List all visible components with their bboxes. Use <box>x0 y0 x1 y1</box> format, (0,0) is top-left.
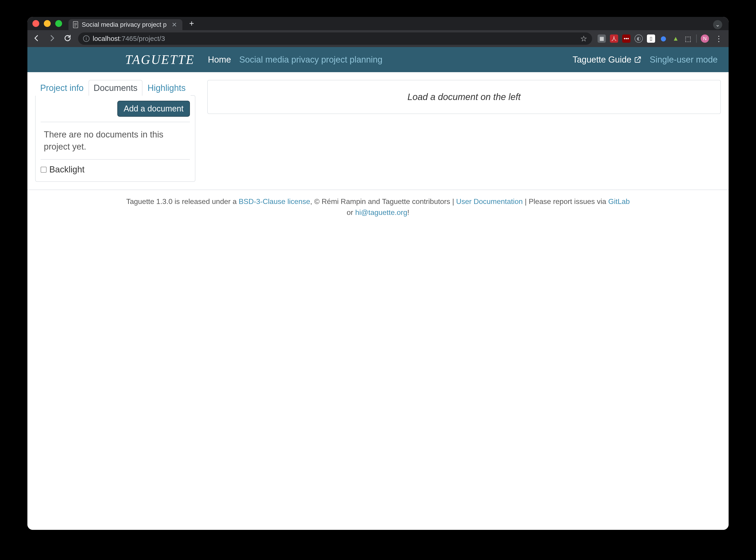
user-docs-link[interactable]: User Documentation <box>456 197 523 205</box>
tabs-dropdown-button[interactable]: ⌄ <box>713 20 722 29</box>
tab-documents[interactable]: Documents <box>88 80 143 96</box>
extension-icon[interactable]: ••• <box>622 35 630 43</box>
bookmark-icon[interactable]: ☆ <box>580 34 587 43</box>
footer-text: , © Rémi Rampin and Taguette contributor… <box>310 197 456 205</box>
single-user-mode-link[interactable]: Single-user mode <box>650 55 718 65</box>
browser-tab[interactable]: Social media privacy project p ✕ <box>68 19 182 30</box>
add-document-button[interactable]: Add a document <box>117 101 190 117</box>
content-row: Project info Documents Highlights Add a … <box>27 72 729 182</box>
footer: Taguette 1.3.0 is released under a BSD-3… <box>27 189 729 224</box>
extension-icon[interactable]: 人 <box>610 35 618 43</box>
reload-button[interactable] <box>63 34 72 43</box>
extension-icon[interactable]: ▦ <box>597 35 606 43</box>
backlight-checkbox[interactable] <box>41 167 46 173</box>
extension-icons: ▦ 人 ••• ◐ ▯ ⬤ ▲ ⬚ N ⋮ <box>597 34 724 43</box>
license-link[interactable]: BSD-3-Clause license <box>239 197 310 205</box>
documents-empty-message: There are no documents in this project y… <box>41 122 190 160</box>
tab-close-icon[interactable]: ✕ <box>172 21 177 28</box>
tab-title: Social media privacy project p <box>82 21 167 28</box>
brand-logo[interactable]: TAGUETTE <box>125 52 195 67</box>
footer-text: | Please report issues via <box>523 197 608 205</box>
extension-icon[interactable]: ▲ <box>672 35 680 43</box>
browser-tab-bar: Social media privacy project p ✕ + ⌄ <box>27 17 729 30</box>
page-content: TAGUETTE Home Social media privacy proje… <box>27 47 729 530</box>
url-path: :7465/project/3 <box>120 35 165 42</box>
extension-icon[interactable]: ◐ <box>634 35 643 43</box>
email-link[interactable]: hi@taguette.org <box>355 208 407 217</box>
extension-icon[interactable]: ▯ <box>647 35 655 43</box>
backlight-row: Backlight <box>41 160 190 176</box>
extensions-menu-icon[interactable]: ⬚ <box>684 35 692 43</box>
app-navbar: TAGUETTE Home Social media privacy proje… <box>27 47 729 72</box>
panel-tabs: Project info Documents Highlights <box>35 80 195 96</box>
url-text: localhost:7465/project/3 <box>93 35 165 42</box>
new-tab-button[interactable]: + <box>189 19 194 28</box>
profile-avatar[interactable]: N <box>701 35 709 43</box>
browser-menu-icon[interactable]: ⋮ <box>713 34 724 43</box>
url-host: localhost <box>93 35 120 42</box>
browser-toolbar: i localhost:7465/project/3 ☆ ▦ 人 ••• ◐ ▯… <box>27 30 729 47</box>
footer-text: ! <box>407 208 409 217</box>
main-panel: Load a document on the left <box>207 80 721 114</box>
footer-text: Taguette 1.3.0 is released under a <box>126 197 239 205</box>
close-window-button[interactable] <box>33 20 39 27</box>
left-panel: Project info Documents Highlights Add a … <box>35 80 195 182</box>
maximize-window-button[interactable] <box>55 20 62 27</box>
extension-icon[interactable]: ⬤ <box>659 35 668 43</box>
main-hint: Load a document on the left <box>219 92 709 102</box>
footer-text: or <box>347 208 355 217</box>
nav-project-name[interactable]: Social media privacy project planning <box>235 55 386 65</box>
guide-link-label: Taguette Guide <box>572 55 631 65</box>
address-bar[interactable]: i localhost:7465/project/3 ☆ <box>78 33 592 45</box>
navbar-right: Taguette Guide Single-user mode <box>572 55 718 65</box>
back-button[interactable] <box>31 34 42 43</box>
tab-favicon-icon <box>72 21 79 28</box>
gitlab-link[interactable]: GitLab <box>608 197 630 205</box>
backlight-label: Backlight <box>49 165 84 175</box>
documents-panel: Add a document There are no documents in… <box>35 95 195 182</box>
forward-button[interactable] <box>47 34 57 43</box>
tab-project-info[interactable]: Project info <box>35 80 88 96</box>
tab-highlights[interactable]: Highlights <box>143 80 191 96</box>
external-link-icon <box>634 56 642 63</box>
nav-home[interactable]: Home <box>204 55 235 65</box>
guide-link[interactable]: Taguette Guide <box>572 55 642 65</box>
browser-window: Social media privacy project p ✕ + ⌄ i l… <box>27 17 729 530</box>
minimize-window-button[interactable] <box>44 20 51 27</box>
site-info-icon[interactable]: i <box>83 35 89 42</box>
window-controls <box>33 20 62 27</box>
divider <box>696 35 697 43</box>
